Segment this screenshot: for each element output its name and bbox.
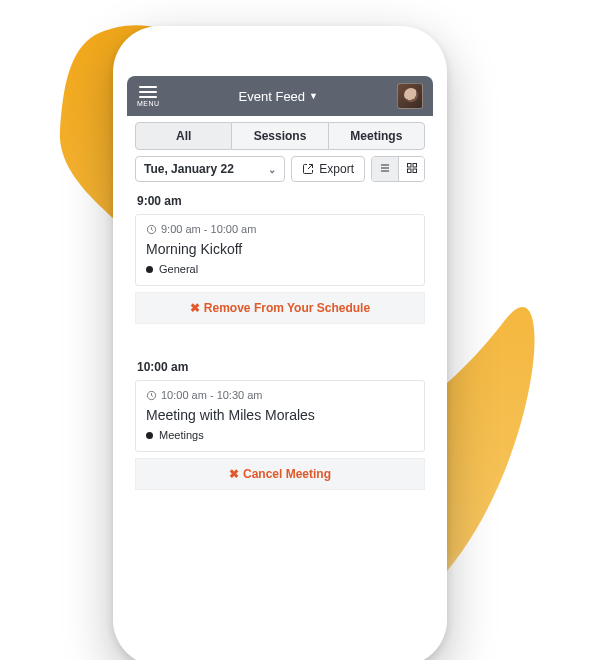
app-screen: MENU Event Feed ▼ All Sessions Meetings … bbox=[127, 76, 433, 652]
list-view-button[interactable] bbox=[372, 157, 398, 181]
app-header: MENU Event Feed ▼ bbox=[127, 76, 433, 116]
header-title-text: Event Feed bbox=[239, 89, 306, 104]
event-title: Meeting with Miles Morales bbox=[136, 405, 424, 429]
phone-frame: MENU Event Feed ▼ All Sessions Meetings … bbox=[113, 26, 447, 660]
action-label: Cancel Meeting bbox=[243, 467, 331, 481]
clock-icon bbox=[146, 224, 157, 235]
cancel-meeting-button[interactable]: ✖ Cancel Meeting bbox=[135, 458, 425, 490]
close-icon: ✖ bbox=[190, 301, 200, 315]
event-time-range: 10:00 am - 10:30 am bbox=[136, 381, 424, 405]
event-time-text: 10:00 am - 10:30 am bbox=[161, 389, 263, 401]
svg-rect-3 bbox=[407, 163, 411, 167]
menu-label: MENU bbox=[137, 100, 160, 107]
event-tag-label: Meetings bbox=[159, 429, 204, 441]
export-icon bbox=[302, 163, 314, 175]
event-card[interactable]: 10:00 am - 10:30 am Meeting with Miles M… bbox=[135, 380, 425, 452]
svg-rect-4 bbox=[413, 163, 417, 167]
event-title: Morning Kickoff bbox=[136, 239, 424, 263]
hamburger-icon bbox=[139, 86, 157, 98]
grid-view-button[interactable] bbox=[398, 157, 424, 181]
event-tag-label: General bbox=[159, 263, 198, 275]
grid-icon bbox=[406, 162, 418, 177]
svg-rect-5 bbox=[407, 169, 411, 173]
time-heading: 9:00 am bbox=[127, 188, 433, 212]
avatar[interactable] bbox=[397, 83, 423, 109]
filter-tabs: All Sessions Meetings bbox=[127, 116, 433, 150]
remove-from-schedule-button[interactable]: ✖ Remove From Your Schedule bbox=[135, 292, 425, 324]
event-time-range: 9:00 am - 10:00 am bbox=[136, 215, 424, 239]
event-tag: General bbox=[136, 263, 424, 285]
svg-rect-6 bbox=[413, 169, 417, 173]
event-time-text: 9:00 am - 10:00 am bbox=[161, 223, 256, 235]
tag-dot-icon bbox=[146, 266, 153, 273]
time-heading: 10:00 am bbox=[127, 354, 433, 378]
date-picker[interactable]: Tue, January 22 ⌄ bbox=[135, 156, 285, 182]
close-icon: ✖ bbox=[229, 467, 239, 481]
controls-row: Tue, January 22 ⌄ Export bbox=[127, 150, 433, 188]
tab-sessions[interactable]: Sessions bbox=[232, 122, 327, 150]
clock-icon bbox=[146, 390, 157, 401]
tag-dot-icon bbox=[146, 432, 153, 439]
header-title-dropdown[interactable]: Event Feed ▼ bbox=[239, 89, 318, 104]
event-tag: Meetings bbox=[136, 429, 424, 451]
chevron-down-icon: ⌄ bbox=[268, 164, 276, 175]
view-toggle bbox=[371, 156, 425, 182]
action-label: Remove From Your Schedule bbox=[204, 301, 370, 315]
tab-meetings[interactable]: Meetings bbox=[328, 122, 425, 150]
date-label: Tue, January 22 bbox=[144, 162, 234, 176]
caret-down-icon: ▼ bbox=[309, 91, 318, 101]
menu-button[interactable]: MENU bbox=[137, 86, 160, 107]
export-button[interactable]: Export bbox=[291, 156, 365, 182]
export-label: Export bbox=[319, 162, 354, 176]
list-icon bbox=[379, 162, 391, 177]
tab-all[interactable]: All bbox=[135, 122, 232, 150]
event-card[interactable]: 9:00 am - 10:00 am Morning Kickoff Gener… bbox=[135, 214, 425, 286]
